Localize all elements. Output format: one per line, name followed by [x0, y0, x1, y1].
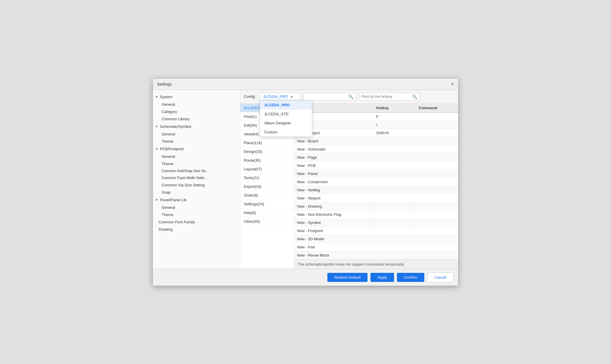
config-select: JLCEDA_PRO ▲ JLCEDA_PRO JLCEDA_STD Altiu… — [260, 93, 301, 100]
sidebar-item-track-width[interactable]: Common Track Width Settir... — [153, 174, 240, 181]
dropdown-item-altium[interactable]: Altium Designer — [260, 119, 312, 128]
settings-dialog: Settings × ▼ System General Category Com… — [153, 78, 458, 286]
td-hotkey — [373, 170, 416, 178]
close-button[interactable]: × — [451, 82, 454, 87]
dialog-title: Settings — [157, 82, 172, 86]
td-action: New - Symbol — [294, 219, 373, 227]
config-label: Config: — [244, 94, 256, 99]
sidebar-item-theme-pcb[interactable]: Theme — [153, 160, 240, 167]
restore-default-button[interactable]: Restore Default — [327, 273, 368, 282]
td-hotkey — [373, 145, 416, 153]
td-action: New - Footprint — [294, 227, 373, 235]
sidebar-item-theme-panel[interactable]: Theme — [153, 211, 240, 218]
cat-item-other[interactable]: Other(45) — [240, 217, 294, 226]
td-command — [416, 243, 458, 251]
table-row: New - PCB — [294, 162, 458, 170]
sidebar-item-common-library[interactable]: Common Library — [153, 115, 240, 123]
search-box: 🔍 — [303, 93, 356, 100]
td-hotkey — [373, 186, 416, 194]
td-action: New - Drawing — [294, 202, 373, 210]
cat-item-order[interactable]: Order(8) — [240, 191, 294, 200]
sidebar-item-snap[interactable]: Snap — [153, 189, 240, 196]
sidebar-item-theme-schematic[interactable]: Theme — [153, 138, 240, 145]
sidebar-group-schematic[interactable]: ▼ Schematic/Symbol — [153, 123, 240, 130]
sidebar-item-grid-snap[interactable]: Common Grid/Snap Size Se... — [153, 167, 240, 174]
sidebar-group-label: System — [160, 95, 172, 99]
td-hotkey — [373, 243, 416, 251]
config-dropdown: JLCEDA_PRO JLCEDA_STD Altium Designer Cu… — [260, 100, 312, 137]
arrow-icon: ▼ — [155, 95, 158, 98]
status-text: The schematic/symbol does not support co… — [298, 262, 404, 266]
th-command: Command — [416, 104, 458, 112]
table-row: New - Project Shift+N — [294, 129, 458, 137]
td-command — [416, 194, 458, 202]
dropdown-item-jlceda-std[interactable]: JLCEDA_STD — [260, 109, 312, 119]
title-bar: Settings × — [153, 79, 458, 90]
th-hotkey: Hotkey — [373, 104, 416, 112]
sidebar: ▼ System General Category Common Library… — [153, 90, 240, 269]
td-command — [416, 162, 458, 169]
td-hotkey — [373, 194, 416, 202]
table-row: New - Page — [294, 153, 458, 162]
config-value: JLCEDA_PRO — [263, 94, 288, 99]
sidebar-item-common-font-family[interactable]: Common Font Family — [153, 218, 240, 226]
cat-item-place[interactable]: Place(116) — [240, 139, 294, 147]
table-row: New - Board — [294, 137, 458, 145]
dropdown-item-custom[interactable]: Custom — [260, 128, 312, 137]
arrow-icon-schematic: ▼ — [155, 125, 158, 128]
cat-item-layout[interactable]: Layout(57) — [240, 165, 294, 174]
td-command — [416, 235, 458, 243]
td-command — [416, 178, 458, 186]
apply-button[interactable]: Apply — [370, 273, 394, 282]
td-command — [416, 202, 458, 210]
td-hotkey — [373, 137, 416, 145]
td-command — [416, 153, 458, 161]
td-hotkey — [373, 211, 416, 218]
dropdown-item-jlceda-pro[interactable]: JLCEDA_PRO — [260, 100, 312, 109]
td-action: New - Panel — [294, 170, 373, 178]
sidebar-group-pcb[interactable]: ▼ PCB/Footprint — [153, 145, 240, 153]
td-action: New - Part — [294, 243, 373, 251]
td-action: New - Reuse Block — [294, 251, 373, 259]
cat-item-settings[interactable]: Settings(24) — [240, 200, 294, 208]
cat-item-help[interactable]: Help(6) — [240, 208, 294, 217]
table-row: New - Component — [294, 178, 458, 186]
dialog-body: ▼ System General Category Common Library… — [153, 90, 458, 269]
cat-item-tools[interactable]: Tools(21) — [240, 174, 294, 182]
sidebar-item-drawing[interactable]: Drawing — [153, 226, 240, 233]
sidebar-group-system[interactable]: ▼ System — [153, 93, 240, 101]
td-action: New - Component — [294, 178, 373, 186]
sidebar-item-general-schematic[interactable]: General — [153, 130, 240, 138]
td-hotkey — [373, 227, 416, 235]
td-command — [416, 129, 458, 137]
td-command — [416, 186, 458, 194]
td-action: New - 3D Model — [294, 235, 373, 243]
sidebar-item-general-system[interactable]: General — [153, 101, 240, 108]
td-hotkey — [373, 162, 416, 169]
sidebar-item-category[interactable]: Category — [153, 108, 240, 115]
td-command — [416, 113, 458, 121]
sidebar-group-panel[interactable]: ▼ Panel/Panel Lib — [153, 196, 240, 204]
td-action: New - Netport — [294, 194, 373, 202]
config-select-button[interactable]: JLCEDA_PRO ▲ — [260, 93, 301, 100]
search-input[interactable] — [306, 94, 347, 99]
td-command — [416, 145, 458, 153]
cat-item-export[interactable]: Export(16) — [240, 182, 294, 191]
td-command — [416, 121, 458, 129]
sidebar-item-via-size[interactable]: Common Via Size Setting — [153, 181, 240, 189]
td-command — [416, 219, 458, 227]
sidebar-item-general-panel[interactable]: General — [153, 204, 240, 211]
cancel-button[interactable]: Cancel — [427, 273, 453, 282]
sidebar-item-general-pcb[interactable]: General — [153, 153, 240, 160]
table-row: New - Netport — [294, 194, 458, 202]
confirm-button[interactable]: Confirm — [397, 273, 424, 282]
cat-item-route[interactable]: Route(30) — [240, 156, 294, 165]
table-row: / — [294, 121, 458, 129]
hotkey-search-input[interactable] — [361, 94, 410, 99]
td-command — [416, 137, 458, 145]
table-row: New - Part — [294, 243, 458, 251]
table-row: New - Panel — [294, 170, 458, 178]
cat-item-design[interactable]: Design(33) — [240, 147, 294, 156]
table-row: New - Symbol — [294, 219, 458, 227]
td-command — [416, 170, 458, 178]
